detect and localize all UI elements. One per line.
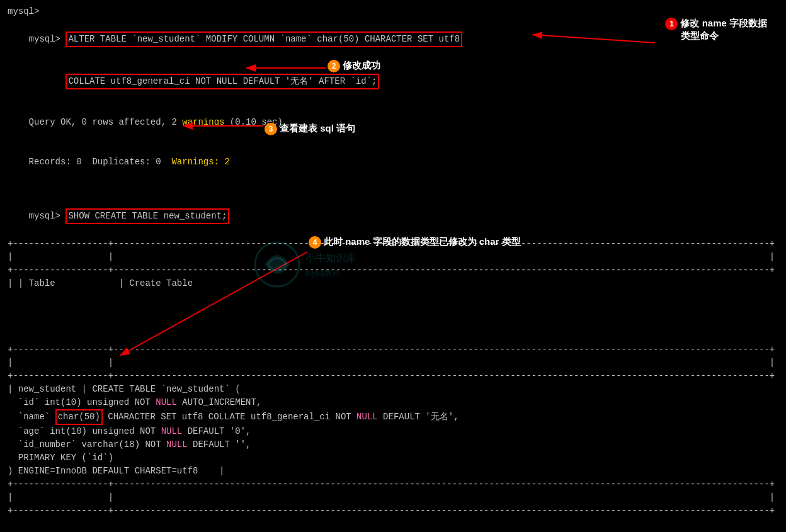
annotation-2: 2修改成功 bbox=[328, 60, 380, 72]
terminal-blank5 bbox=[8, 330, 778, 343]
terminal-create-line2: `id` int(10) unsigned NOT NULL AUTO_INCR… bbox=[8, 396, 778, 409]
terminal-blank4 bbox=[8, 317, 778, 330]
terminal-create-line3: `name` char(50) CHARACTER SET utf8 COLLA… bbox=[8, 409, 778, 425]
terminal-create-line4: `age` int(10) unsigned NOT NULL DEFAULT … bbox=[8, 425, 778, 438]
terminal-dash-spacer2: | | | bbox=[8, 356, 778, 370]
annotation-circle-4: 4 bbox=[309, 236, 321, 249]
terminal-blank1 bbox=[8, 182, 778, 195]
terminal-dash5: +------------------+--------------------… bbox=[8, 478, 778, 491]
annotation-circle-2: 2 bbox=[328, 60, 340, 72]
terminal-dash4: +------------------+--------------------… bbox=[8, 370, 778, 383]
terminal-create-line7: ) ENGINE=InnoDB DEFAULT CHARSET=utf8 | bbox=[8, 465, 778, 478]
terminal-create-line1: | new_student | CREATE TABLE `new_studen… bbox=[8, 383, 778, 396]
annotation-4: 4此时 name 字段的数据类型已修改为 char 类型 bbox=[309, 236, 521, 249]
terminal-line-prompt: mysql> bbox=[8, 5, 778, 18]
annotation-circle-1: 1 bbox=[665, 18, 678, 30]
terminal-window: mysql> mysql> ALTER TABLE `new_student` … bbox=[0, 0, 786, 532]
terminal-line-alter2: COLLATE utf8_general_ci NOT NULL DEFAULT… bbox=[8, 60, 778, 103]
terminal-dash-spacer3: | | | bbox=[8, 491, 778, 504]
terminal-create-line6: PRIMARY KEY (`id`) bbox=[8, 451, 778, 465]
annotation-circle-3: 3 bbox=[265, 123, 277, 135]
terminal-blank2 bbox=[8, 290, 778, 303]
terminal-line-records: Records: 0 Duplicates: 0 Warnings: 2 bbox=[8, 142, 778, 182]
terminal-dash3: +------------------+--------------------… bbox=[8, 343, 778, 356]
terminal-dash2: +------------------+--------------------… bbox=[8, 264, 778, 277]
terminal-blank6 bbox=[8, 518, 778, 531]
terminal-blank3 bbox=[8, 303, 778, 317]
terminal-line-alter1: mysql> ALTER TABLE `new_student` MODIFY … bbox=[8, 18, 778, 60]
annotation-3: 3查看建表 sql 语句 bbox=[265, 123, 355, 135]
terminal-table-header: | | Table | Create Table bbox=[8, 277, 778, 290]
terminal-line-show: mysql> SHOW CREATE TABLE new_student; bbox=[8, 195, 778, 237]
terminal-dash6: +------------------+--------------------… bbox=[8, 504, 778, 518]
annotation-1: 1修改 name 字段数据 类型命令 bbox=[665, 18, 767, 42]
terminal-create-line5: `id_number` varchar(18) NOT NULL DEFAULT… bbox=[8, 438, 778, 451]
terminal-dash-spacer1: | | | bbox=[8, 251, 778, 264]
terminal-line-queryok: Query OK, 0 rows affected, 2 warnings (0… bbox=[8, 103, 778, 142]
